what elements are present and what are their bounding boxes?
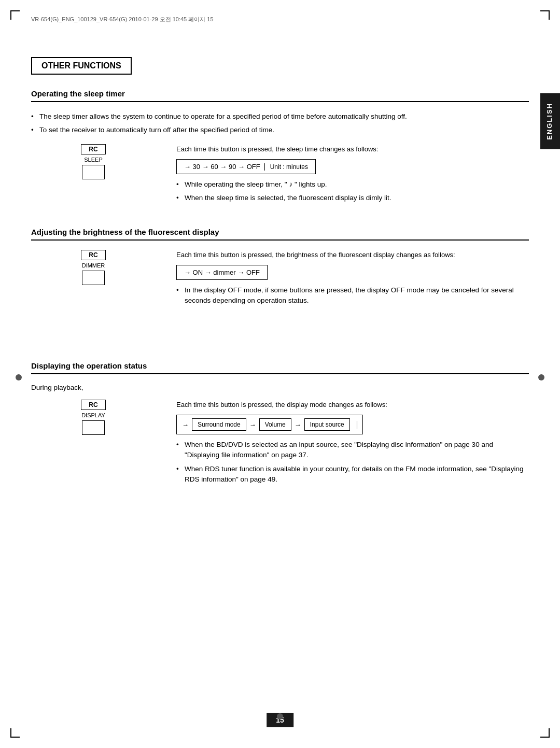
surround-mode-label: Surround mode (198, 421, 241, 428)
sleep-bullet-2: To set the receiver to automatically tur… (31, 125, 529, 135)
sleep-flow-desc: Each time this button is pressed, the sl… (176, 144, 529, 154)
display-status-section: Displaying the operation status During p… (31, 361, 529, 493)
sleep-notes: While operating the sleep timer, " ♪ " l… (176, 179, 529, 204)
brightness-rc-button[interactable] (82, 271, 105, 285)
flow-arrow-1: → (249, 421, 256, 429)
brightness-right: Each time this button is pressed, the br… (176, 250, 529, 315)
brightness-rc-sublabel: DIMMER (82, 262, 105, 269)
brightness-rc-container: RC DIMMER (81, 250, 105, 285)
sleep-timer-content: RC SLEEP Each time this button is presse… (31, 144, 529, 212)
center-dot-left (16, 374, 22, 380)
sleep-timer-bullets: The sleep timer allows the system to con… (31, 111, 529, 136)
sleep-timer-heading: Operating the sleep timer (31, 89, 529, 102)
brightness-notes: In the display OFF mode, if some buttons… (176, 285, 529, 306)
corner-tr (540, 10, 550, 20)
display-rc-button[interactable] (82, 420, 105, 435)
display-flow-box: → Surround mode → Volume → Input source (176, 415, 363, 434)
brightness-content: RC DIMMER Each time this button is press… (31, 250, 529, 315)
english-sidebar: ENGLISH (540, 93, 560, 149)
volume-mode-label: Volume (265, 421, 286, 428)
sleep-rc-container: RC SLEEP (81, 144, 105, 179)
brightness-flow-text: → ON → dimmer → OFF (184, 269, 260, 276)
sleep-unit: Unit : minutes (264, 163, 308, 171)
brightness-left: RC DIMMER (31, 250, 156, 285)
input-source-label: Input source (310, 421, 344, 428)
display-flow-desc: Each time this button is pressed, the di… (176, 400, 529, 410)
corner-br (540, 728, 550, 738)
display-status-heading: Displaying the operation status (31, 361, 529, 374)
sleep-flow-box: → 30 → 60 → 90 → OFF Unit : minutes (176, 159, 316, 174)
sleep-timer-section: Operating the sleep timer The sleep time… (31, 89, 529, 212)
display-rc-sublabel: DISPLAY (81, 412, 105, 418)
sleep-bullet-1: The sleep timer allows the system to con… (31, 111, 529, 122)
display-status-content: RC DISPLAY Each time this button is pres… (31, 400, 529, 493)
volume-mode-box: Volume (259, 418, 291, 431)
corner-tl (10, 10, 20, 20)
brightness-rc-label: RC (81, 250, 105, 260)
spacer (31, 330, 529, 361)
sleep-flow-text: → 30 → 60 → 90 → OFF (184, 163, 260, 171)
sleep-timer-right: Each time this button is pressed, the sl… (176, 144, 529, 212)
sleep-note-2: When the sleep time is selected, the flu… (176, 193, 529, 203)
header-bar: VR-654(G)_ENG_100129_VR-654(G) 2010-01-2… (31, 16, 529, 26)
main-section-title: OTHER FUNCTIONS (31, 57, 132, 75)
sleep-rc-sublabel: SLEEP (84, 157, 102, 163)
brightness-heading: Adjusting the brightness of the fluoresc… (31, 228, 529, 241)
sleep-timer-left: RC SLEEP (31, 144, 156, 179)
display-status-right: Each time this button is pressed, the di… (176, 400, 529, 493)
center-dot-right (538, 374, 544, 380)
corner-bl (10, 728, 20, 738)
flow-arrow-2: → (295, 421, 301, 429)
during-playback: During playback, (31, 384, 529, 391)
display-note-2: When RDS tuner function is available in … (176, 464, 529, 485)
input-source-box: Input source (304, 418, 350, 431)
flow-end-arrow (355, 421, 358, 429)
display-note-1: When the BD/DVD is selected as an input … (176, 440, 529, 461)
display-rc-label: RC (81, 400, 105, 410)
surround-mode-box: Surround mode (192, 418, 246, 431)
brightness-section: Adjusting the brightness of the fluoresc… (31, 228, 529, 315)
sleep-rc-button[interactable] (82, 165, 105, 179)
brightness-flow-desc: Each time this button is pressed, the br… (176, 250, 529, 260)
display-status-left: RC DISPLAY (31, 400, 156, 435)
brightness-flow-box: → ON → dimmer → OFF (176, 265, 268, 280)
center-dot-bottom (277, 713, 283, 719)
sleep-rc-label: RC (81, 144, 105, 154)
sleep-note-1: While operating the sleep timer, " ♪ " l… (176, 179, 529, 190)
page-container: ENGLISH VR-654(G)_ENG_100129_VR-654(G) 2… (0, 0, 560, 748)
brightness-note-1: In the display OFF mode, if some buttons… (176, 285, 529, 306)
display-rc-container: RC DISPLAY (81, 400, 105, 435)
flow-start-arrow: → (182, 421, 189, 429)
display-notes: When the BD/DVD is selected as an input … (176, 440, 529, 485)
